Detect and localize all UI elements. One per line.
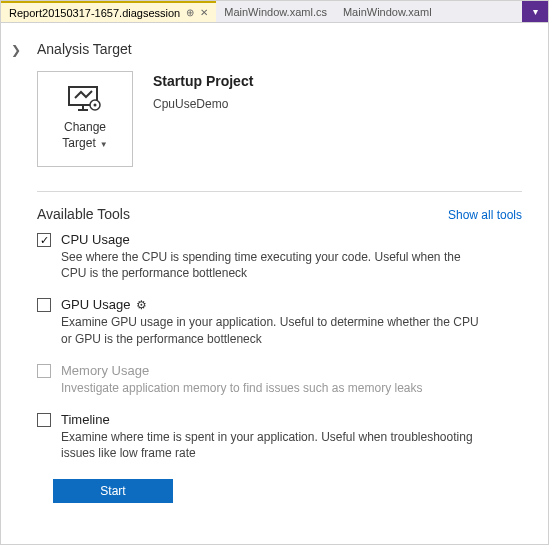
available-tools-title: Available Tools (37, 206, 130, 222)
checkbox-gpu-usage[interactable] (37, 298, 51, 312)
tool-name: Timeline (61, 412, 522, 427)
tool-desc: Investigate application memory to find i… (61, 380, 481, 396)
svg-point-4 (94, 104, 97, 107)
checkbox-memory-usage (37, 364, 51, 378)
tab-label: MainWindow.xaml.cs (224, 6, 327, 18)
checkbox-cpu-usage[interactable]: ✓ (37, 233, 51, 247)
divider (37, 191, 522, 192)
tab-diagsession[interactable]: Report20150317-1657.diagsession ⊕ ✕ (1, 1, 216, 22)
start-button[interactable]: Start (53, 479, 173, 503)
startup-project-title: Startup Project (153, 73, 253, 89)
tab-label: MainWindow.xaml (343, 6, 432, 18)
tool-timeline: Timeline Examine where time is spent in … (37, 412, 522, 461)
tool-list: ✓ CPU Usage See where the CPU is spendin… (37, 232, 522, 461)
tab-label: Report20150317-1657.diagsession (9, 7, 180, 19)
close-icon[interactable]: ✕ (200, 7, 208, 18)
tool-memory-usage: Memory Usage Investigate application mem… (37, 363, 522, 396)
target-info: Startup Project CpuUseDemo (153, 73, 253, 167)
expand-chevron-icon[interactable]: ❯ (9, 43, 23, 57)
tool-gpu-usage: GPU Usage ⚙ Examine GPU usage in your ap… (37, 297, 522, 346)
tool-desc: Examine GPU usage in your application. U… (61, 314, 481, 346)
tab-mainwindow-cs[interactable]: MainWindow.xaml.cs (216, 1, 335, 22)
checkbox-timeline[interactable] (37, 413, 51, 427)
tab-mainwindow-xaml[interactable]: MainWindow.xaml (335, 1, 440, 22)
tool-desc: See where the CPU is spending time execu… (61, 249, 481, 281)
tab-bar: Report20150317-1657.diagsession ⊕ ✕ Main… (1, 1, 548, 23)
tool-cpu-usage: ✓ CPU Usage See where the CPU is spendin… (37, 232, 522, 281)
tab-overflow-button[interactable]: ▾ (522, 1, 548, 22)
tool-desc: Examine where time is spent in your appl… (61, 429, 481, 461)
tool-name-text: GPU Usage (61, 297, 130, 312)
analysis-target-title: Analysis Target (37, 41, 522, 57)
tool-name: GPU Usage ⚙ (61, 297, 522, 312)
change-target-button[interactable]: Change Target▼ (37, 71, 133, 167)
pin-icon[interactable]: ⊕ (186, 7, 194, 18)
chevron-down-icon: ▼ (100, 140, 108, 149)
page-content: ❯ Analysis Target Change Target▼ (1, 23, 548, 515)
show-all-tools-link[interactable]: Show all tools (448, 208, 522, 222)
tool-name: CPU Usage (61, 232, 522, 247)
gear-icon[interactable]: ⚙ (136, 298, 147, 312)
startup-project-name: CpuUseDemo (153, 97, 253, 111)
monitor-gear-icon (68, 86, 102, 114)
tool-name: Memory Usage (61, 363, 522, 378)
